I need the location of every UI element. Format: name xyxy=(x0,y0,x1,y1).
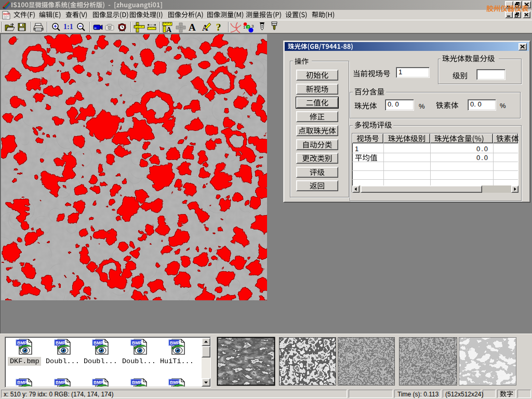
svg-text:BMP: BMP xyxy=(56,340,65,345)
svg-text:BMP: BMP xyxy=(94,340,103,345)
svg-text:BMP: BMP xyxy=(17,340,27,345)
svg-text:A: A xyxy=(166,26,172,34)
svg-text:DOC: DOC xyxy=(4,12,10,16)
svg-text:1: 1 xyxy=(243,25,246,30)
svg-text:2: 2 xyxy=(247,25,250,30)
svg-text:1:1: 1:1 xyxy=(63,23,73,31)
svg-text:A: A xyxy=(189,22,196,33)
svg-text:?: ? xyxy=(216,22,221,33)
svg-text:BMP: BMP xyxy=(132,340,142,345)
svg-text:BMP: BMP xyxy=(170,340,180,345)
svg-text:3: 3 xyxy=(251,24,254,29)
